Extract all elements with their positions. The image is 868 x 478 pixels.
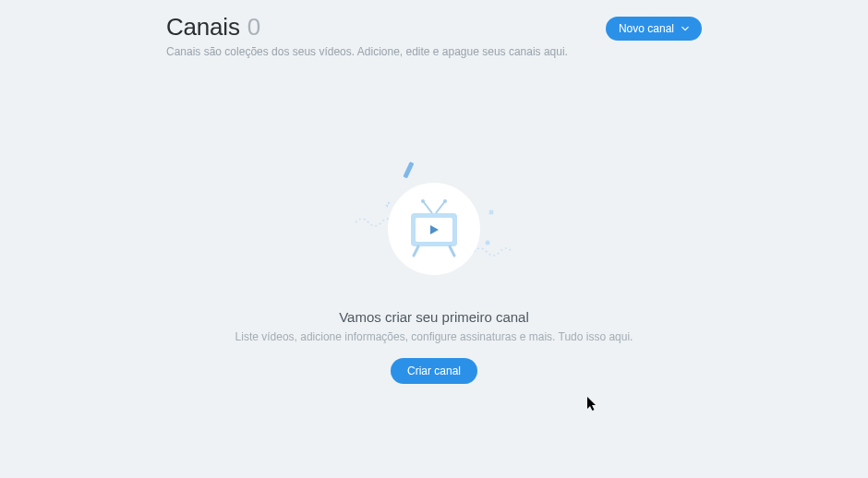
page-header: Canais 0 Canais são coleções dos seus ví… [166,13,702,58]
empty-state: Vamos criar seu primeiro canal Liste víd… [166,160,702,384]
empty-illustration [351,160,517,298]
chevron-down-icon [681,25,689,32]
create-channel-label: Criar canal [407,364,461,377]
svg-point-7 [443,199,447,203]
empty-state-title: Vamos criar seu primeiro canal [339,309,529,325]
svg-point-1 [486,241,490,245]
new-channel-button[interactable]: Novo canal [606,17,702,41]
create-channel-button[interactable]: Criar canal [391,358,477,384]
channel-count: 0 [247,13,260,42]
page-title: Canais [166,13,240,42]
page-subtitle: Canais são coleções dos seus vídeos. Adi… [166,45,568,58]
empty-state-description: Liste vídeos, adicione informações, conf… [235,330,633,343]
svg-rect-0 [403,161,414,178]
tv-icon [351,160,517,298]
svg-point-6 [421,199,425,203]
new-channel-label: Novo canal [619,22,674,35]
